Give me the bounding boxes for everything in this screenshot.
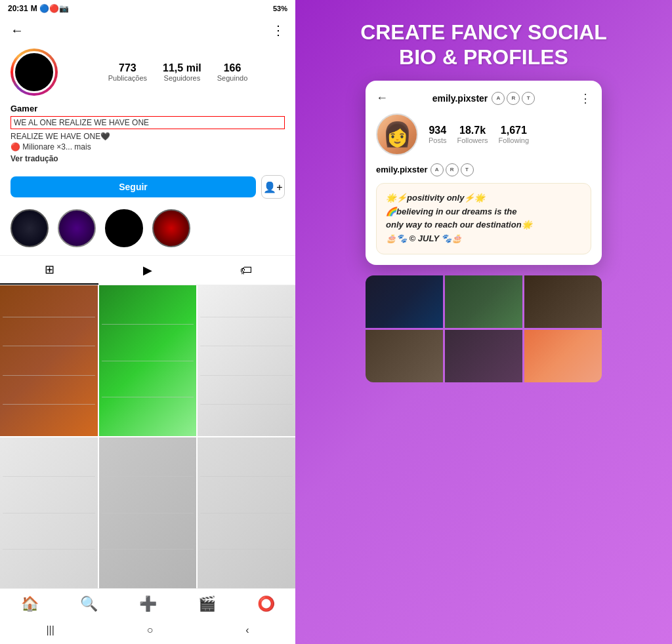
- stat-number-following: 166: [224, 62, 242, 74]
- more-options-button[interactable]: ⋮: [272, 22, 285, 38]
- nav-search-icon[interactable]: 🔍: [80, 595, 98, 613]
- badge-bio-a: A: [430, 163, 444, 176]
- stat-label-followers: Seguidores: [164, 74, 201, 82]
- badge-bio-t: T: [461, 163, 474, 176]
- card-username-bio: emily.pixster A R T: [376, 163, 591, 176]
- thumb-3: [524, 275, 602, 328]
- status-icons: M 🔵🔴📷: [31, 4, 69, 13]
- highlight-circle-1: [10, 209, 49, 247]
- paper-lines-2: [102, 288, 194, 433]
- stat-publicacoes: 773 Publicações: [108, 62, 147, 82]
- grid-cell-3[interactable]: [198, 285, 295, 436]
- system-nav: ||| ○ ‹: [0, 619, 295, 644]
- card-stats: 934 Posts 18.7k Followers 1,671 Followin…: [429, 125, 529, 144]
- badge-t: T: [522, 92, 535, 105]
- paper-lines-3: [200, 288, 293, 433]
- sys-back-button[interactable]: ‹: [245, 624, 249, 636]
- nav-bar: ← ⋮: [0, 17, 295, 43]
- card-stat-posts-num: 934: [429, 125, 446, 136]
- promo-title-line2: BIO & PROFILES: [399, 45, 568, 69]
- nav-profile-icon[interactable]: ⭕: [257, 595, 275, 613]
- left-panel: 20:31 M 🔵🔴📷 53% ← ⋮ 773 Publicações: [0, 0, 295, 644]
- card-bio-badges: A R T: [430, 163, 474, 176]
- bottom-nav: 🏠 🔍 ➕ 🎬 ⭕: [0, 588, 295, 619]
- paper-lines-5: [102, 440, 194, 586]
- tab-grid[interactable]: ⊞: [0, 256, 98, 285]
- card-stat-following: 1,671 Following: [499, 125, 529, 144]
- paper-lines-6: [200, 440, 293, 586]
- phone-screen: 20:31 M 🔵🔴📷 53% ← ⋮ 773 Publicações: [0, 0, 295, 644]
- grid-cell-4[interactable]: [0, 437, 98, 588]
- thumb-2: [445, 275, 522, 328]
- sys-recents-button[interactable]: |||: [46, 624, 54, 636]
- card-username-label: emily.pixster: [432, 93, 488, 104]
- profile-username: Gamer: [10, 104, 285, 113]
- highlight-circle-3: [105, 209, 143, 247]
- thumb-6: [524, 330, 602, 382]
- status-right: 53%: [273, 5, 287, 12]
- card-stat-followers: 18.7k Followers: [457, 125, 488, 144]
- paper-lines-4: [3, 440, 95, 586]
- highlight-3[interactable]: [105, 209, 143, 247]
- stat-seguindo: 166 Seguindo: [217, 62, 248, 82]
- avatar-image: [13, 51, 55, 93]
- badge-r: R: [507, 92, 520, 105]
- card-stat-posts-label: Posts: [429, 136, 447, 144]
- card-stat-followers-label: Followers: [457, 136, 488, 144]
- bio-line-2: 🔴 Milionare ×3... mais: [10, 142, 285, 151]
- cell-overlay-1: [0, 285, 98, 436]
- add-friend-button[interactable]: 👤+: [261, 175, 285, 199]
- promo-title: CREATE FANCY SOCIAL BIO & PROFILES: [360, 20, 607, 70]
- cell-overlay-6: [198, 437, 295, 588]
- grid-cell-1[interactable]: [0, 285, 98, 436]
- highlight-2[interactable]: [58, 209, 96, 247]
- follow-button[interactable]: Seguir: [10, 176, 256, 197]
- status-left: 20:31 M 🔵🔴📷: [8, 4, 69, 13]
- cell-overlay-3: [198, 285, 295, 436]
- nav-create-icon[interactable]: ➕: [139, 595, 157, 613]
- card-profile-row: 👩 934 Posts 18.7k Followers 1,671 Follow…: [376, 113, 591, 155]
- card-stat-following-label: Following: [499, 136, 529, 144]
- nav-home-icon[interactable]: 🏠: [21, 595, 39, 613]
- demo-card: ← emily.pixster A R T ⋮ 👩 934 Posts: [366, 81, 602, 265]
- badge-bio-r: R: [446, 163, 459, 176]
- bio-fancy-line-4: 🎂🐾 © JULY 🐾🎂: [386, 232, 581, 246]
- bio-fancy-line-1: 🌟⚡positivity only⚡🌟: [386, 191, 581, 205]
- cell-overlay-5: [99, 437, 197, 588]
- status-bar: 20:31 M 🔵🔴📷 53%: [0, 0, 295, 17]
- nav-reels-icon[interactable]: 🎬: [198, 595, 216, 613]
- grid-cell-5[interactable]: [99, 437, 197, 588]
- highlight-4[interactable]: [152, 209, 190, 247]
- bio-line-1: REALIZE WE HAVE ONE🖤: [10, 132, 285, 141]
- card-stat-following-num: 1,671: [501, 125, 527, 136]
- highlights-row: [0, 204, 295, 252]
- right-panel: CREATE FANCY SOCIAL BIO & PROFILES ← emi…: [295, 0, 672, 644]
- thumb-4: [366, 330, 443, 382]
- highlight-1[interactable]: [10, 209, 49, 247]
- translate-button[interactable]: Ver tradução: [10, 154, 285, 163]
- card-username-bio-text: emily.pixster: [376, 165, 428, 174]
- status-time: 20:31: [8, 4, 28, 13]
- tab-video[interactable]: ▶: [98, 256, 197, 285]
- stat-number-followers: 11,5 mil: [163, 62, 201, 74]
- tab-tagged[interactable]: 🏷: [197, 256, 295, 285]
- sys-home-button[interactable]: ○: [147, 624, 154, 636]
- avatar: [10, 49, 58, 96]
- card-more-icon[interactable]: ⋮: [579, 91, 591, 106]
- photo-thumbnails: [366, 275, 602, 382]
- stat-number-posts: 773: [119, 62, 136, 74]
- card-back-icon: ←: [376, 91, 388, 105]
- stats-row: 773 Publicações 11,5 mil Seguidores 166 …: [71, 62, 285, 82]
- back-button[interactable]: ←: [10, 23, 24, 38]
- bio-fancy-line-3: only way to reach our destination🌟: [386, 218, 581, 232]
- card-avatar: 👩: [376, 113, 418, 155]
- cell-overlay-4: [0, 437, 98, 588]
- highlight-circle-2: [58, 209, 96, 247]
- card-header: ← emily.pixster A R T ⋮: [376, 91, 591, 106]
- highlight-circle-4: [152, 209, 190, 247]
- content-tabs: ⊞ ▶ 🏷: [0, 255, 295, 285]
- thumb-1: [366, 275, 443, 328]
- grid-cell-6[interactable]: [198, 437, 295, 588]
- grid-cell-2[interactable]: [99, 285, 197, 436]
- photo-grid: [0, 285, 295, 588]
